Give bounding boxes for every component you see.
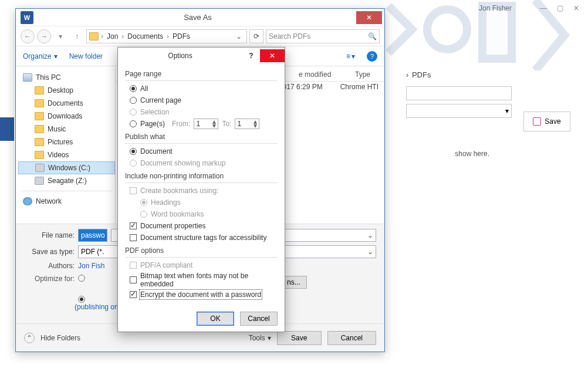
organize-menu[interactable]: Organize▾ bbox=[23, 52, 58, 60]
folder-icon bbox=[35, 125, 44, 133]
saveas-close[interactable]: ✕ bbox=[356, 11, 382, 24]
check-bookmarks bbox=[130, 187, 137, 194]
tree-this-pc[interactable]: This PC bbox=[18, 71, 115, 84]
radio-current-page[interactable] bbox=[130, 97, 137, 104]
optimize-radio-standard[interactable] bbox=[78, 275, 85, 282]
options-title: Options bbox=[118, 52, 242, 60]
chevron-down-icon: ⌄ bbox=[367, 231, 373, 239]
crumb-0[interactable]: Jon bbox=[106, 32, 119, 40]
col-type[interactable]: Type bbox=[355, 70, 370, 79]
tree-windows-c[interactable]: Windows (C:) bbox=[18, 161, 115, 174]
hide-folders-label[interactable]: Hide Folders bbox=[40, 334, 80, 342]
saveas-title: Save As bbox=[39, 13, 356, 22]
chevron-down-icon: ▾ bbox=[505, 107, 509, 115]
tree-seagate-z[interactable]: Seagate (Z:) bbox=[18, 174, 115, 187]
view-menu[interactable]: ≡▾ bbox=[346, 52, 355, 60]
check-doc-properties[interactable] bbox=[130, 222, 137, 229]
radio-headings bbox=[140, 199, 147, 206]
breadcrumb-bar[interactable]: › Jon› Documents› PDFs ⌄ bbox=[86, 29, 247, 43]
drive-icon bbox=[35, 177, 44, 185]
crumb-2[interactable]: PDFs bbox=[171, 32, 191, 40]
radio-word-bookmarks bbox=[140, 211, 147, 218]
word-filename-field[interactable] bbox=[406, 86, 512, 100]
hide-folders-toggle[interactable]: ⌃ bbox=[24, 333, 35, 343]
crumb-1[interactable]: Documents bbox=[126, 32, 164, 40]
pages-to-spin[interactable]: 1▴▾ bbox=[235, 119, 259, 129]
col-date[interactable]: e modified bbox=[299, 70, 331, 79]
tree-pictures[interactable]: Pictures bbox=[18, 136, 115, 148]
radio-pages[interactable] bbox=[130, 120, 137, 127]
label-savetype: Save as type: bbox=[24, 248, 75, 256]
new-folder-button[interactable]: New folder bbox=[69, 52, 103, 60]
word-minimize[interactable]: — bbox=[535, 4, 552, 12]
nav-forward[interactable]: → bbox=[37, 29, 51, 43]
nav-back[interactable]: ← bbox=[21, 29, 35, 43]
chevron-down-icon: ⌄ bbox=[367, 248, 373, 256]
word-app-icon: W bbox=[21, 11, 33, 24]
crumb-dropdown[interactable]: ⌄ bbox=[234, 32, 244, 40]
folder-icon bbox=[35, 112, 44, 120]
nav-up[interactable]: ↑ bbox=[70, 29, 84, 43]
tree-desktop[interactable]: Desktop bbox=[18, 84, 115, 97]
filename-input[interactable] bbox=[78, 229, 107, 242]
drive-icon bbox=[35, 164, 45, 172]
word-maximize[interactable]: ▢ bbox=[552, 4, 568, 12]
tree-documents[interactable]: Documents bbox=[18, 97, 115, 110]
folder-icon bbox=[35, 138, 44, 146]
folder-icon bbox=[35, 99, 44, 107]
label-optimize: Optimize for: bbox=[24, 273, 75, 283]
group-pdf-options: PDF options bbox=[125, 246, 278, 255]
check-structure-tags[interactable] bbox=[130, 234, 137, 241]
save-icon bbox=[533, 117, 541, 126]
search-placeholder: Search PDFs bbox=[269, 32, 310, 40]
chevron-down-icon: ▾ bbox=[352, 52, 355, 60]
options-cancel-button[interactable]: Cancel bbox=[240, 312, 278, 326]
saveas-nav-row: ← → ▾ ↑ › Jon› Documents› PDFs ⌄ ⟳ Searc… bbox=[16, 26, 384, 46]
check-encrypt[interactable] bbox=[130, 291, 137, 298]
folder-icon bbox=[35, 86, 44, 94]
save-button[interactable]: Save bbox=[277, 331, 322, 345]
label-authors: Authors: bbox=[24, 262, 75, 270]
network-icon bbox=[23, 197, 32, 205]
radio-document[interactable] bbox=[130, 148, 137, 155]
word-save-button[interactable]: Save bbox=[523, 111, 570, 131]
tree-downloads[interactable]: Downloads bbox=[18, 110, 115, 123]
check-pdfa bbox=[130, 262, 137, 269]
label-filename: File name: bbox=[24, 231, 75, 239]
options-dialog: Options ? ✕ Page range All Current page … bbox=[117, 47, 285, 332]
author-link[interactable]: Jon Fish bbox=[78, 262, 104, 270]
close-icon: ✕ bbox=[269, 52, 275, 60]
word-save-panel: PDFs ▾ bbox=[406, 70, 570, 118]
word-filetype-select[interactable]: ▾ bbox=[406, 104, 512, 118]
chevron-down-icon: ▾ bbox=[54, 52, 58, 60]
options-ok-button[interactable]: OK bbox=[197, 312, 234, 326]
folder-icon bbox=[35, 151, 44, 159]
cell-type: Chrome HTI bbox=[340, 83, 379, 91]
word-save-label: Save bbox=[545, 117, 560, 126]
optimize-radio-minimum[interactable] bbox=[78, 296, 85, 303]
refresh-icon: ⟳ bbox=[254, 32, 259, 40]
options-close[interactable]: ✕ bbox=[260, 49, 285, 62]
chevron-down-icon: ▾ bbox=[268, 334, 271, 342]
tree-videos[interactable]: Videos bbox=[18, 148, 115, 161]
options-help[interactable]: ? bbox=[242, 49, 260, 62]
refresh-button[interactable]: ⟳ bbox=[249, 29, 263, 43]
cancel-button[interactable]: Cancel bbox=[327, 331, 376, 345]
tree-network[interactable]: Network bbox=[18, 195, 115, 208]
tree-music[interactable]: Music bbox=[18, 123, 115, 136]
help-button[interactable]: ? bbox=[367, 51, 377, 62]
check-bitmap-text[interactable] bbox=[130, 276, 137, 283]
list-row[interactable]: 7/2017 6:29 PM Chrome HTI bbox=[273, 83, 379, 91]
word-close[interactable]: ✕ bbox=[568, 4, 584, 12]
tools-menu[interactable]: Tools▾ bbox=[249, 334, 271, 342]
folder-icon bbox=[89, 32, 99, 40]
radio-markup bbox=[130, 160, 137, 167]
search-input[interactable]: Search PDFs 🔍 bbox=[266, 29, 380, 43]
nav-recent-dd[interactable]: ▾ bbox=[53, 29, 67, 43]
word-location-crumb: PDFs bbox=[406, 70, 570, 79]
word-no-recent-hint: show here. bbox=[455, 150, 489, 158]
group-include: Include non-printing information bbox=[125, 172, 278, 180]
pages-from-spin[interactable]: 1▴▾ bbox=[194, 119, 218, 129]
radio-all[interactable] bbox=[130, 85, 137, 92]
pc-icon bbox=[23, 73, 32, 82]
